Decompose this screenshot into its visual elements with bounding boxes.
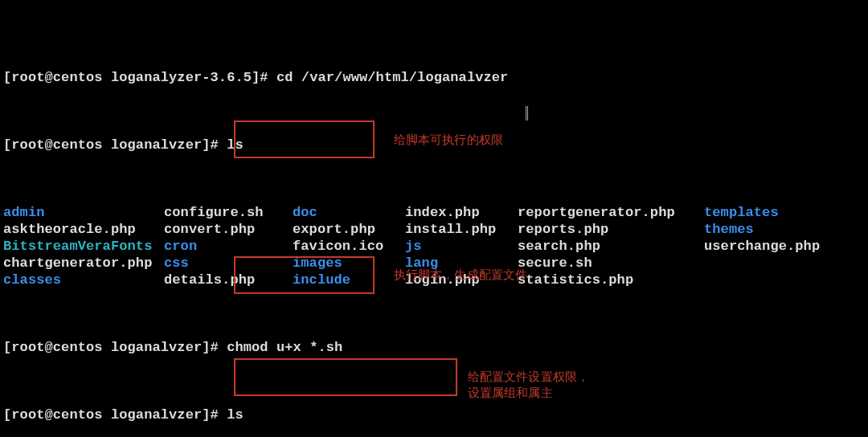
file-entry: asktheoracle.php bbox=[3, 221, 164, 238]
cmd-ls: ls bbox=[227, 137, 244, 153]
file-entry: convert.php bbox=[164, 221, 293, 238]
cmd-cd: cd /var/www/html/loganalvzer bbox=[276, 69, 508, 86]
file-entry: admin bbox=[3, 204, 164, 221]
text-caret-icon bbox=[526, 106, 528, 120]
prompt: [root@centos loganalyzer-3.6.5]# bbox=[3, 69, 276, 86]
highlight-box-perms bbox=[234, 358, 457, 396]
file-entry: chartgenerator.php bbox=[3, 255, 164, 272]
annotation-run-scripts: 执行脚本，生成配置文件 bbox=[394, 266, 527, 283]
annotation-exec-perm: 给脚本可执行的权限 bbox=[394, 131, 503, 148]
annotation-set-perms-2: 设置属组和属主 bbox=[468, 384, 553, 401]
file-entry: configure.sh bbox=[164, 204, 293, 221]
file-entry: userchange.php bbox=[704, 238, 820, 255]
cmd-ls: ls bbox=[227, 406, 244, 423]
file-entry: index.php bbox=[405, 204, 518, 221]
prompt: [root@centos loganalvzer]# bbox=[3, 339, 227, 356]
prompt: [root@centos loganalvzer]# bbox=[3, 137, 227, 153]
prompt: [root@centos loganalvzer]# bbox=[3, 406, 227, 423]
file-entry: images bbox=[293, 255, 405, 272]
listing-row: BitstreamVeraFontscronfavicon.icojssearc… bbox=[3, 238, 865, 255]
terminal[interactable]: [root@centos loganalyzer-3.6.5]# cd /var… bbox=[0, 0, 868, 437]
file-entry: cron bbox=[164, 238, 293, 255]
prompt-line: [root@centos loganalvzer]# chmod u+x *.s… bbox=[3, 339, 865, 356]
file-entry: export.php bbox=[293, 221, 405, 238]
file-entry: classes bbox=[3, 272, 164, 288]
listing-row: adminconfigure.shdocindex.phpreportgener… bbox=[3, 204, 865, 221]
prompt-line: [root@centos loganalyzer-3.6.5]# cd /var… bbox=[3, 69, 865, 86]
file-entry: js bbox=[405, 238, 518, 255]
file-entry: reports.php bbox=[518, 221, 704, 238]
annotation-set-perms-1: 给配置文件设置权限， bbox=[468, 368, 589, 385]
file-entry: templates bbox=[704, 204, 779, 221]
file-entry: details.php bbox=[164, 272, 293, 288]
cmd-chmod-x: chmod u+x *.sh bbox=[227, 339, 342, 356]
prompt-line: [root@centos loganalvzer]# ls bbox=[3, 406, 865, 423]
file-entry: install.php bbox=[405, 221, 518, 238]
file-entry: BitstreamVeraFonts bbox=[3, 238, 164, 255]
file-entry: search.php bbox=[518, 238, 704, 255]
listing-row: asktheoracle.phpconvert.phpexport.phpins… bbox=[3, 221, 865, 238]
file-entry: doc bbox=[293, 204, 405, 221]
file-entry: statistics.php bbox=[518, 272, 704, 288]
file-entry: include bbox=[293, 272, 405, 288]
file-entry: css bbox=[164, 255, 293, 272]
file-entry: reportgenerator.php bbox=[518, 204, 704, 221]
file-entry: secure.sh bbox=[518, 255, 704, 272]
file-entry: themes bbox=[704, 221, 754, 238]
file-entry: favicon.ico bbox=[293, 238, 405, 255]
